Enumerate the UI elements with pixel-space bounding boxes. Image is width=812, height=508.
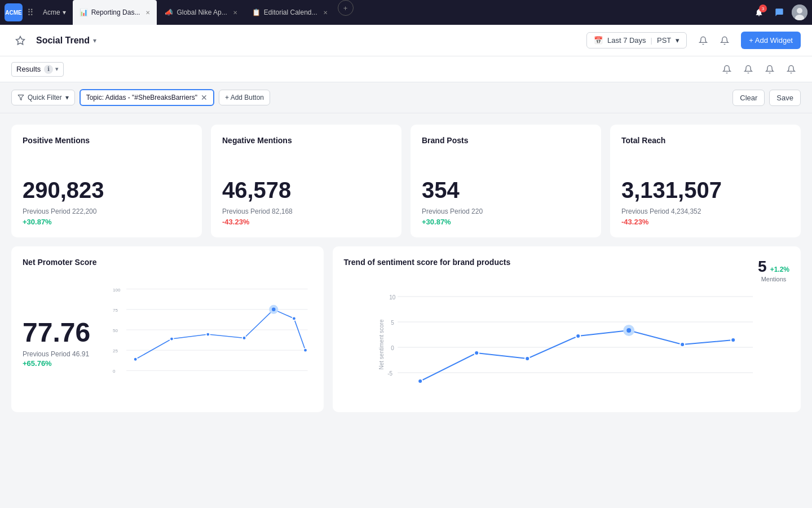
results-dropdown[interactable]: Results ℹ ▾ — [11, 62, 64, 77]
tab-editorial-icon: 📋 — [252, 8, 261, 16]
total-reach-previous: Previous Period 4,234,352 — [621, 207, 789, 215]
sentiment-dot-4 — [576, 334, 580, 338]
filter-tag-text: Topic: Adidas - "#SheBreaksBarriers" — [86, 94, 197, 101]
chat-icon[interactable] — [771, 5, 787, 20]
sentiment-dot-3 — [525, 356, 529, 361]
positive-mentions-change: +30.87% — [23, 218, 191, 226]
bell-icon-1[interactable] — [694, 31, 713, 50]
nps-y-label-25: 25 — [113, 348, 118, 354]
date-filter-chevron-icon: ▾ — [676, 36, 679, 45]
nps-value: 77.76 — [23, 317, 113, 348]
tab-reporting-close-icon[interactable]: ✕ — [145, 10, 150, 16]
filter-tag-remove-icon[interactable]: ✕ — [201, 93, 208, 102]
notification-badge: 3 — [759, 5, 767, 12]
nps-chart-area: 100 75 50 25 0 — [113, 273, 312, 388]
main-content: Positive Mentions 290,823 Previous Perio… — [0, 113, 812, 423]
tab-nike-close-icon[interactable]: ✕ — [233, 10, 237, 16]
negative-mentions-title: Negative Mentions — [222, 136, 390, 145]
quick-filter-label: Quick Filter — [28, 94, 62, 101]
nps-dot-4 — [242, 336, 246, 339]
favorite-button[interactable] — [11, 32, 29, 50]
bottom-charts-grid: Net Promoter Score 77.76 Previous Period… — [11, 246, 801, 412]
nps-dot-6 — [292, 317, 295, 320]
add-button-button[interactable]: + Add Button — [219, 90, 270, 105]
nps-dot-highlight — [271, 306, 277, 312]
nps-change: +65.76% — [23, 359, 113, 368]
filter-right-actions: Clear Save — [732, 90, 801, 106]
nps-previous: Previous Period 46.91 — [23, 350, 113, 358]
results-label: Results — [16, 65, 41, 73]
results-bell-icon-4[interactable] — [782, 60, 801, 79]
sentiment-y-label-10: 10 — [389, 294, 396, 301]
metric-card-positive-mentions: Positive Mentions 290,823 Previous Perio… — [11, 125, 202, 237]
nps-info-section: 77.76 Previous Period 46.91 +65.76% — [23, 273, 113, 388]
add-tab-button[interactable]: + — [338, 0, 354, 16]
negative-mentions-change: -43.23% — [222, 218, 390, 226]
save-filter-button[interactable]: Save — [769, 90, 801, 106]
svg-marker-3 — [16, 36, 25, 44]
clear-filter-button[interactable]: Clear — [732, 90, 765, 106]
workspace-selector[interactable]: Acme ▾ — [38, 6, 70, 19]
filter-icon — [17, 94, 24, 101]
brand-posts-value: 354 — [422, 178, 590, 203]
page-title-group: Social Trend ▾ — [36, 36, 580, 46]
tab-nike-label: Global Nike Ap... — [176, 8, 227, 16]
results-info-icon: ℹ — [44, 65, 53, 74]
positive-mentions-value: 290,823 — [23, 178, 191, 203]
tab-nike-icon: 📣 — [165, 8, 173, 16]
user-avatar[interactable] — [792, 5, 807, 20]
nps-dot-7 — [303, 348, 307, 352]
workspace-name: Acme — [43, 8, 60, 16]
quick-filter-button[interactable]: Quick Filter ▾ — [11, 90, 75, 105]
sentiment-count-change: +1.2% — [770, 266, 789, 273]
app-logo[interactable]: ACME — [5, 3, 23, 21]
nav-dots-icon[interactable]: ⠿ — [25, 7, 36, 18]
notifications-icon[interactable]: 3 — [751, 5, 767, 20]
results-bell-icon-1[interactable] — [717, 60, 736, 79]
workspace-chevron-icon: ▾ — [63, 8, 66, 16]
sentiment-chart-area: Net sentiment score 10 5 0 -5 — [344, 288, 789, 401]
svg-point-1 — [797, 8, 802, 14]
metric-cards-grid: Positive Mentions 290,823 Previous Perio… — [11, 125, 801, 237]
sentiment-count-label: Mentions — [758, 276, 789, 282]
nps-chart-svg: 100 75 50 25 0 — [113, 273, 312, 386]
tab-reporting[interactable]: 📊 Reporting Das... ✕ — [73, 0, 157, 25]
add-widget-button[interactable]: + Add Widget — [741, 32, 801, 49]
sentiment-chart-svg: Net sentiment score 10 5 0 -5 — [344, 288, 789, 401]
timezone-label: PST — [657, 36, 671, 45]
sentiment-dot-2 — [474, 351, 479, 355]
tab-editorial[interactable]: 📋 Editorial Calend... ✕ — [245, 0, 334, 25]
negative-mentions-value: 46,578 — [222, 178, 390, 203]
quick-filter-chevron-icon: ▾ — [65, 94, 69, 101]
total-reach-title: Total Reach — [621, 136, 789, 145]
nps-y-label-100: 100 — [113, 288, 121, 293]
results-bell-icon-3[interactable] — [760, 60, 779, 79]
tab-nike[interactable]: 📣 Global Nike Ap... ✕ — [158, 0, 244, 25]
brand-posts-title: Brand Posts — [422, 136, 590, 145]
sentiment-y-axis-label: Net sentiment score — [378, 319, 385, 369]
nps-dot-1 — [134, 357, 137, 361]
total-reach-value: 3,131,507 — [621, 178, 789, 203]
results-chevron-icon: ▾ — [55, 65, 59, 73]
negative-mentions-previous: Previous Period 82,168 — [222, 207, 390, 215]
add-button-label: + Add Button — [225, 94, 264, 101]
sentiment-chart-title: Trend of sentiment score for brand produ… — [344, 258, 511, 267]
nav-right-controls: 3 — [751, 5, 807, 20]
date-filter-button[interactable]: 📅 Last 7 Days | PST ▾ — [586, 32, 687, 48]
filter-bar: Quick Filter ▾ Topic: Adidas - "#SheBrea… — [0, 82, 812, 113]
calendar-icon: 📅 — [594, 36, 603, 45]
active-filter-tag: Topic: Adidas - "#SheBreaksBarriers" ✕ — [80, 89, 214, 106]
bell-icon-2[interactable] — [715, 31, 734, 50]
page-title-chevron-icon[interactable]: ▾ — [93, 37, 96, 45]
nps-y-label-75: 75 — [113, 308, 118, 313]
tab-reporting-label: Reporting Das... — [91, 8, 140, 16]
sentiment-y-label-neg5: -5 — [387, 370, 392, 377]
sentiment-count-value: 5 — [758, 258, 767, 276]
tab-editorial-close-icon[interactable]: ✕ — [323, 10, 328, 16]
nps-chart-line — [135, 310, 305, 359]
positive-mentions-title: Positive Mentions — [23, 136, 191, 145]
total-reach-change: -43.23% — [621, 218, 789, 226]
sentiment-y-label-5: 5 — [391, 320, 394, 326]
svg-marker-4 — [18, 95, 24, 100]
results-bell-icon-2[interactable] — [739, 60, 758, 79]
